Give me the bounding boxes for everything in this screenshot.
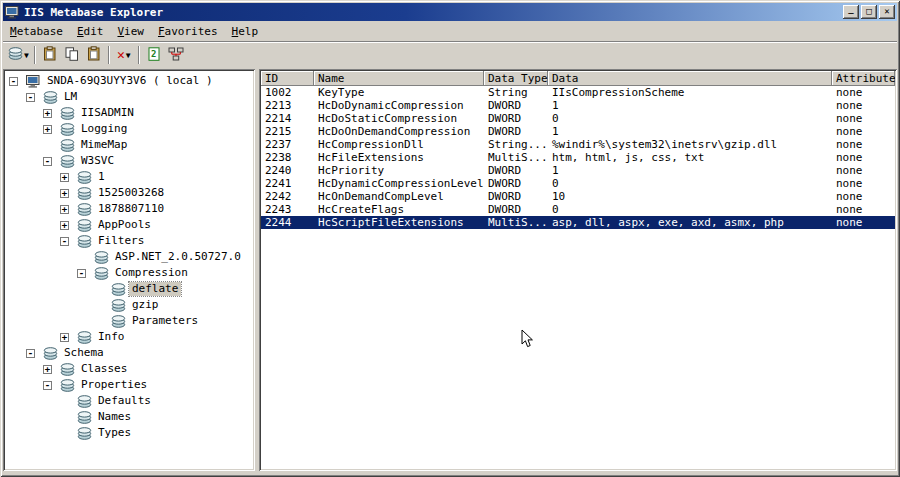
menu-item-view[interactable]: View [111, 22, 152, 41]
tree-item-snda-69q3uyy3v6-local[interactable]: -SNDA-69Q3UYY3V6 ( local ) [6, 73, 252, 89]
network-button[interactable] [165, 44, 187, 66]
collapse-icon[interactable]: - [26, 349, 35, 358]
tree-item-deflate[interactable]: deflate [6, 281, 252, 297]
title-bar[interactable]: IIS Metabase Explorer _□✕ [3, 3, 897, 21]
menu-item-help[interactable]: Help [226, 22, 267, 41]
column-header-name[interactable]: Name [314, 71, 484, 86]
column-header-data[interactable]: Data [548, 71, 832, 86]
tree-item-iisadmin[interactable]: +IISADMIN [6, 105, 252, 121]
cell-name: HcDoDynamicCompression [314, 99, 484, 112]
db-icon [77, 219, 95, 232]
db-icon [77, 187, 95, 200]
property-row-1002[interactable]: 1002KeyTypeStringIIsCompressionSchemenon… [261, 86, 895, 99]
tree-item-classes[interactable]: +Classes [6, 361, 252, 377]
toolbar-separator [138, 46, 140, 64]
expand-icon[interactable]: + [43, 109, 52, 118]
tree-item-1525003268[interactable]: +1525003268 [6, 185, 252, 201]
tree-item-schema[interactable]: -Schema [6, 345, 252, 361]
db-icon [94, 267, 112, 280]
tree-item-compression[interactable]: -Compression [6, 265, 252, 281]
tree-item-mimemap[interactable]: MimeMap [6, 137, 252, 153]
paste-special-button[interactable] [83, 44, 105, 66]
tree-item-label: Types [95, 426, 134, 440]
expand-icon[interactable]: + [60, 173, 69, 182]
tree-item-defaults[interactable]: Defaults [6, 393, 252, 409]
tree-item-label: deflate [129, 282, 181, 296]
tree-item-1878807110[interactable]: +1878807110 [6, 201, 252, 217]
cell-attributes: none [832, 216, 895, 229]
tree-item-info[interactable]: +Info [6, 329, 252, 345]
collapse-icon[interactable]: - [43, 381, 52, 390]
cell-id: 1002 [261, 86, 314, 99]
menu-item-edit[interactable]: Edit [71, 22, 112, 41]
tree-item-1[interactable]: +1 [6, 169, 252, 185]
tree-item-label: MimeMap [78, 138, 130, 152]
tree-item-label: Defaults [95, 394, 154, 408]
expand-slot: - [43, 157, 60, 166]
minimize-button[interactable]: _ [843, 5, 859, 19]
column-header-data-type[interactable]: Data Type [484, 71, 548, 86]
property-row-2238[interactable]: 2238HcFileExtensionsMultiS...htm, html, … [261, 151, 895, 164]
collapse-icon[interactable]: - [43, 157, 52, 166]
expand-icon[interactable]: + [60, 333, 69, 342]
tree-item-properties[interactable]: -Properties [6, 377, 252, 393]
tree-item-label: Filters [95, 234, 147, 248]
collapse-icon[interactable]: - [60, 237, 69, 246]
export-button[interactable]: 2 [143, 44, 165, 66]
property-row-2215[interactable]: 2215HcDoOnDemandCompressionDWORD1none [261, 125, 895, 138]
expand-icon[interactable]: + [60, 205, 69, 214]
tree-item-logging[interactable]: +Logging [6, 121, 252, 137]
collapse-icon[interactable]: - [9, 77, 18, 86]
property-row-2213[interactable]: 2213HcDoDynamicCompressionDWORD1none [261, 99, 895, 112]
expand-icon[interactable]: + [43, 365, 52, 374]
property-row-2241[interactable]: 2241HcDynamicCompressionLevelDWORD0none [261, 177, 895, 190]
expand-slot: - [26, 349, 43, 358]
property-row-2242[interactable]: 2242HcOnDemandCompLevelDWORD10none [261, 190, 895, 203]
expand-icon[interactable]: + [60, 189, 69, 198]
computer-icon [26, 75, 44, 88]
column-header-attributes[interactable]: Attributes [832, 71, 895, 86]
tree-item-names[interactable]: Names [6, 409, 252, 425]
tree-item-gzip[interactable]: gzip [6, 297, 252, 313]
copy-button[interactable] [61, 44, 83, 66]
close-button[interactable]: ✕ [879, 5, 895, 19]
tree-item-apppools[interactable]: +AppPools [6, 217, 252, 233]
cell-data-type: DWORD [484, 177, 548, 190]
cell-name: HcDynamicCompressionLevel [314, 177, 484, 190]
collapse-icon[interactable]: - [26, 93, 35, 102]
cell-data: %windir%\system32\inetsrv\gzip.dll [548, 138, 832, 151]
cell-data: IIsCompressionScheme [548, 86, 832, 99]
tree-item-lm[interactable]: -LM [6, 89, 252, 105]
tree-item-filters[interactable]: -Filters [6, 233, 252, 249]
dropdown-arrow-icon[interactable]: ▼ [24, 51, 29, 60]
tree-item-asp-net-2-0-50727-0[interactable]: ASP.NET_2.0.50727.0 [6, 249, 252, 265]
expand-icon[interactable]: + [60, 221, 69, 230]
property-row-2240[interactable]: 2240HcPriorityDWORD1none [261, 164, 895, 177]
menu-item-favorites[interactable]: Favorites [152, 22, 226, 41]
cell-id: 2215 [261, 125, 314, 138]
app-window: IIS Metabase Explorer _□✕ MetabaseEditVi… [0, 0, 900, 477]
property-row-2237[interactable]: 2237HcCompressionDllString...%windir%\sy… [261, 138, 895, 151]
tree-item-parameters[interactable]: Parameters [6, 313, 252, 329]
tree-item-types[interactable]: Types [6, 425, 252, 441]
db-icon [60, 379, 78, 392]
expand-icon[interactable]: + [43, 125, 52, 134]
column-header-id[interactable]: ID [261, 71, 314, 86]
paste-button[interactable] [39, 44, 61, 66]
collapse-icon[interactable]: - [77, 269, 86, 278]
menu-item-metabase[interactable]: Metabase [4, 22, 71, 41]
delete-button[interactable]: ✕▼ [113, 44, 135, 66]
tree-item-label: 1525003268 [95, 186, 167, 200]
property-row-2244[interactable]: 2244HcScriptFileExtensionsMultiS...asp, … [261, 216, 895, 229]
property-row-2214[interactable]: 2214HcDoStaticCompressionDWORD0none [261, 112, 895, 125]
maximize-button[interactable]: □ [861, 5, 877, 19]
dropdown-arrow-icon[interactable]: ▼ [126, 51, 131, 60]
cell-data: 0 [548, 112, 832, 125]
cell-attributes: none [832, 86, 895, 99]
connect-button[interactable]: ▼ [6, 44, 31, 66]
db-icon [43, 347, 61, 360]
expand-slot: - [43, 381, 60, 390]
cell-data: 1 [548, 125, 832, 138]
tree-item-w3svc[interactable]: -W3SVC [6, 153, 252, 169]
property-row-2243[interactable]: 2243HcCreateFlagsDWORD0none [261, 203, 895, 216]
